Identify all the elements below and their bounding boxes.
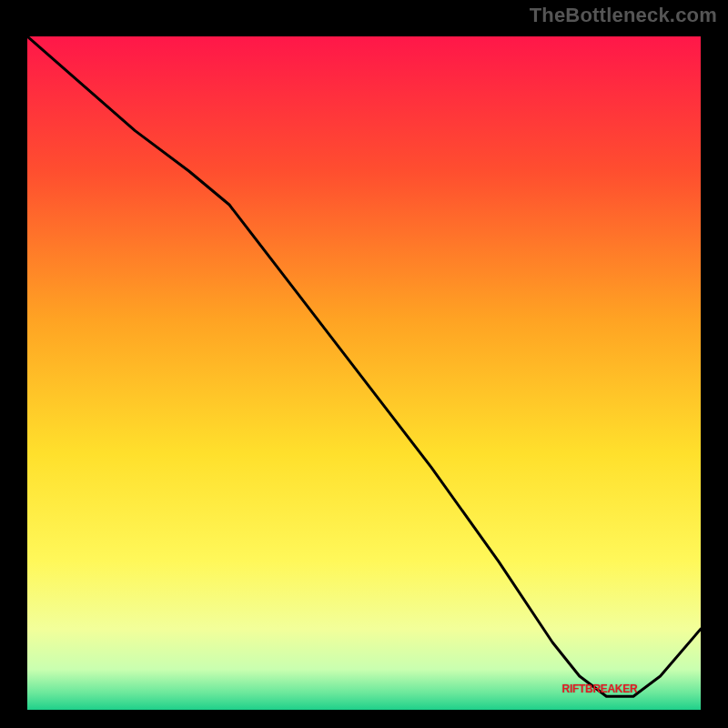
plot-curve: [27, 36, 701, 710]
plot-area: RIFTBREAKER: [24, 33, 704, 713]
plot-frame: RIFTBREAKER: [18, 27, 710, 719]
annotation-riftbreaker: RIFTBREAKER: [562, 682, 638, 695]
watermark-text: TheBottleneck.com: [530, 4, 717, 27]
page-root: TheBottleneck.com RIFTBREAKER: [0, 0, 728, 728]
